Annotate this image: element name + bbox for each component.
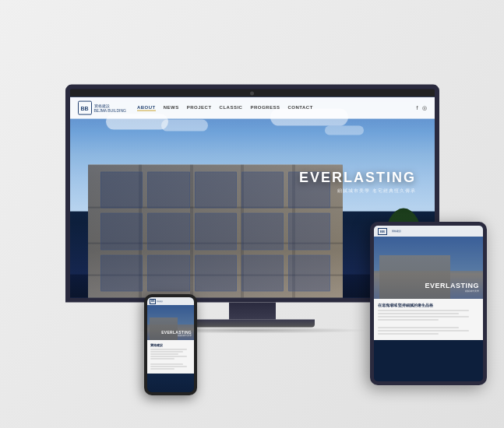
logo: BB 寶格建設BEJMA BUILDING — [78, 101, 126, 115]
cloud-2 — [161, 120, 208, 132]
phone-text-3 — [150, 353, 178, 355]
tablet-title: EVERLASTING — [425, 282, 479, 289]
nav-link-news[interactable]: NEWS — [164, 105, 179, 111]
phone-text-2 — [150, 351, 183, 353]
phone-subtitle: 細膩城市美學 — [161, 335, 192, 337]
tablet-text-6 — [378, 330, 469, 332]
phone-text-8 — [150, 368, 174, 370]
cloud-4 — [325, 125, 364, 135]
phone-content: 寶格建設 — [147, 340, 194, 374]
tablet-text-1 — [378, 310, 469, 311]
nav-links: ABOUT NEWS PROJECT CLASSIC PROGRESS CONT… — [137, 105, 411, 111]
hero-text: EVERLASTING 細膩城市美學 名宅經典恆久傳承 — [299, 170, 416, 194]
social-links: f ◎ — [417, 105, 427, 111]
tablet-text-7 — [378, 333, 439, 335]
tablet-subtitle: 細膩城市美學 — [425, 289, 479, 293]
tablet-section-title: 在這塊場域 堅持細膩的奢生品格 — [378, 303, 479, 307]
phone-text-4 — [150, 356, 187, 357]
nav-link-progress[interactable]: PROGRESS — [250, 105, 280, 111]
phone-text-5 — [150, 358, 174, 360]
scene: BB 寶格建設BEJMA BUILDING ABOUT NEWS PROJECT… — [0, 0, 504, 428]
monitor-foot — [190, 320, 315, 328]
tablet-text-3 — [378, 316, 469, 317]
monitor-bezel — [70, 89, 435, 97]
nav-link-classic[interactable]: CLASSIC — [220, 105, 243, 111]
phone-text-7 — [150, 366, 187, 367]
tablet-nav: BB 寶格建設 — [374, 226, 483, 237]
webcam-icon — [250, 91, 254, 95]
hero-title: EVERLASTING — [299, 170, 416, 184]
logo-icon: BB — [78, 101, 92, 115]
tablet-logo-text: 寶格建設 — [392, 230, 401, 233]
phone-screen: BB 寶格建設 EVERLASTING 細膩城市美學 寶格建設 — [147, 297, 194, 392]
tablet-hero-text: EVERLASTING 細膩城市美學 — [425, 282, 479, 293]
phone-text-6 — [150, 363, 183, 365]
instagram-icon[interactable]: ◎ — [422, 105, 427, 111]
tablet-text-4 — [378, 319, 439, 321]
tablet-frame: BB 寶格建設 EVERLASTING 細膩城市美學 在這塊場域 堅持細膩的奢生… — [370, 222, 487, 385]
facebook-icon[interactable]: f — [417, 105, 418, 111]
navigation-bar: BB 寶格建設BEJMA BUILDING ABOUT NEWS PROJECT… — [70, 97, 435, 119]
nav-link-about[interactable]: ABOUT — [137, 105, 156, 111]
phone-nav: BB 寶格建設 — [147, 297, 194, 305]
phone-device: BB 寶格建設 EVERLASTING 細膩城市美學 寶格建設 — [144, 294, 197, 395]
monitor-neck — [229, 303, 276, 320]
phone-frame: BB 寶格建設 EVERLASTING 細膩城市美學 寶格建設 — [144, 294, 197, 395]
phone-text-1 — [150, 349, 187, 350]
nav-link-contact[interactable]: CONTACT — [287, 105, 312, 111]
nav-link-project[interactable]: PROJECT — [187, 105, 212, 111]
phone-logo-text: 寶格建設 — [157, 300, 163, 303]
tablet-logo: BB — [378, 228, 387, 235]
tablet-text-2 — [378, 313, 459, 314]
tablet-device: BB 寶格建設 EVERLASTING 細膩城市美學 在這塊場域 堅持細膩的奢生… — [370, 222, 487, 385]
tablet-text-5 — [378, 327, 459, 328]
phone-hero-text: EVERLASTING 細膩城市美學 — [161, 330, 192, 337]
phone-section-title: 寶格建設 — [150, 343, 191, 347]
hero-subtitle: 細膩城市美學 名宅經典恆久傳承 — [299, 187, 416, 194]
tablet-screen: BB 寶格建設 EVERLASTING 細膩城市美學 在這塊場域 堅持細膩的奢生… — [374, 226, 483, 381]
tablet-content: 在這塊場域 堅持細膩的奢生品格 — [374, 299, 483, 340]
phone-logo: BB — [150, 299, 156, 304]
tablet-hero: EVERLASTING 細膩城市美學 — [374, 237, 483, 299]
phone-hero: EVERLASTING 細膩城市美學 — [147, 305, 194, 340]
logo-text: 寶格建設BEJMA BUILDING — [94, 103, 126, 113]
